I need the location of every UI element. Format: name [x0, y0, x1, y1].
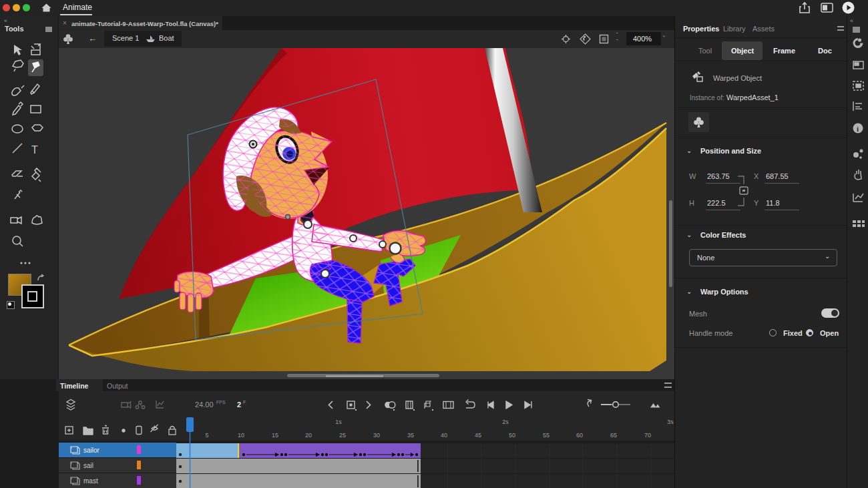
svg-text:sail: sail — [83, 462, 93, 469]
svg-text:10: 10 — [238, 432, 244, 439]
svg-text:55: 55 — [543, 432, 550, 439]
svg-text:24.00: 24.00 — [195, 401, 214, 409]
svg-text:F: F — [243, 400, 246, 405]
svg-text:30: 30 — [373, 432, 380, 439]
svg-text:T: T — [31, 144, 38, 156]
svg-text:65: 65 — [610, 432, 617, 439]
svg-text:2s: 2s — [502, 419, 509, 425]
svg-text:25: 25 — [339, 432, 346, 439]
svg-text:i: i — [857, 125, 859, 133]
svg-text:40: 40 — [441, 432, 447, 439]
svg-text:60: 60 — [576, 432, 583, 439]
svg-text:35: 35 — [407, 432, 414, 439]
svg-text:sailor: sailor — [83, 447, 100, 454]
svg-text:mast: mast — [83, 477, 98, 485]
svg-text:3s: 3s — [667, 419, 674, 425]
svg-text:15: 15 — [272, 432, 278, 439]
svg-text:50: 50 — [509, 432, 515, 439]
svg-text:2: 2 — [237, 401, 241, 409]
svg-text:45: 45 — [475, 432, 481, 439]
svg-text:FPS: FPS — [216, 400, 226, 405]
svg-text:5: 5 — [205, 432, 208, 439]
svg-text:70: 70 — [644, 432, 651, 439]
svg-text:1s: 1s — [335, 419, 342, 425]
svg-text:20: 20 — [305, 432, 312, 439]
